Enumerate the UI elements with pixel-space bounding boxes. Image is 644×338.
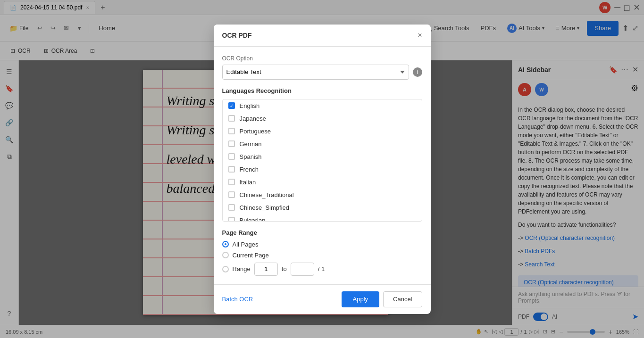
range-total: / 1 [318,265,325,272]
range-label: Range [233,265,251,272]
lang-item-italian[interactable]: Italian [223,176,422,189]
lang-item-chinese-traditional[interactable]: Chinese_Traditional [223,189,422,201]
ocr-option-row: Editable Text Editable Text & Images i [222,65,422,80]
range-row: Range to / 1 [222,263,422,276]
current-page-radio-row[interactable]: Current Page [222,252,422,259]
lang-label-japanese: Japanese [240,115,266,122]
range-from-input[interactable] [254,263,278,276]
lang-checkbox-chinese-traditional[interactable] [228,191,235,198]
languages-list: English Japanese Portuguese German Spani… [222,99,422,222]
lang-item-french[interactable]: French [223,163,422,176]
lang-label-bulgarian: Bulgarian [240,217,266,222]
lang-checkbox-chinese-simplified[interactable] [228,204,235,211]
lang-label-german: German [240,140,262,148]
lang-label-portuguese: Portuguese [240,128,271,135]
lang-label-chinese-simplified: Chinese_Simpfied [240,204,290,211]
footer-buttons: Apply Cancel [342,291,422,307]
lang-item-chinese-simplified[interactable]: Chinese_Simpfied [223,201,422,214]
range-radio[interactable] [222,266,229,272]
lang-checkbox-bulgarian[interactable] [228,217,235,222]
modal-title: OCR PDF [222,32,418,39]
lang-item-portuguese[interactable]: Portuguese [223,125,422,138]
page-range-title: Page Range [222,229,422,236]
lang-label-italian: Italian [240,179,256,186]
lang-checkbox-japanese[interactable] [228,115,235,122]
lang-item-spanish[interactable]: Spanish [223,150,422,163]
all-pages-label: All Pages [233,241,259,248]
languages-section-title: Languages Recognition [222,87,422,94]
modal-overlay: OCR PDF × OCR Option Editable Text Edita… [0,0,644,338]
lang-label-spanish: Spanish [240,153,262,160]
modal-footer: Batch OCR Apply Cancel [214,284,431,314]
lang-item-english[interactable]: English [223,99,422,112]
lang-checkbox-german[interactable] [228,140,235,147]
all-pages-radio-row[interactable]: All Pages [222,241,422,248]
range-to-input[interactable] [291,263,314,276]
cancel-button[interactable]: Cancel [383,291,422,307]
apply-button[interactable]: Apply [342,291,380,307]
lang-label-english: English [240,102,260,109]
ocr-pdf-modal: OCR PDF × OCR Option Editable Text Edita… [214,25,431,314]
range-to-separator: to [282,265,287,272]
lang-label-chinese-traditional: Chinese_Traditional [240,191,294,198]
lang-item-bulgarian[interactable]: Bulgarian [223,214,422,222]
lang-item-german[interactable]: German [223,138,422,150]
current-page-radio[interactable] [222,252,229,258]
lang-checkbox-english[interactable] [228,102,235,109]
ocr-option-label: OCR Option [222,55,422,62]
page-range-section: Page Range All Pages Current Page Range … [222,229,422,276]
batch-ocr-link[interactable]: Batch OCR [222,296,253,303]
ocr-option-select[interactable]: Editable Text Editable Text & Images [222,65,409,80]
modal-close-button[interactable]: × [418,31,422,40]
all-pages-radio[interactable] [222,241,229,247]
lang-checkbox-italian[interactable] [228,179,235,185]
modal-header: OCR PDF × [214,25,431,47]
lang-checkbox-spanish[interactable] [228,153,235,160]
lang-item-japanese[interactable]: Japanese [223,112,422,125]
lang-checkbox-french[interactable] [228,166,235,173]
lang-label-french: French [240,166,259,173]
current-page-label: Current Page [233,252,269,259]
lang-checkbox-portuguese[interactable] [228,128,235,134]
ocr-option-info-icon[interactable]: i [413,67,422,77]
modal-body: OCR Option Editable Text Editable Text &… [214,47,431,284]
